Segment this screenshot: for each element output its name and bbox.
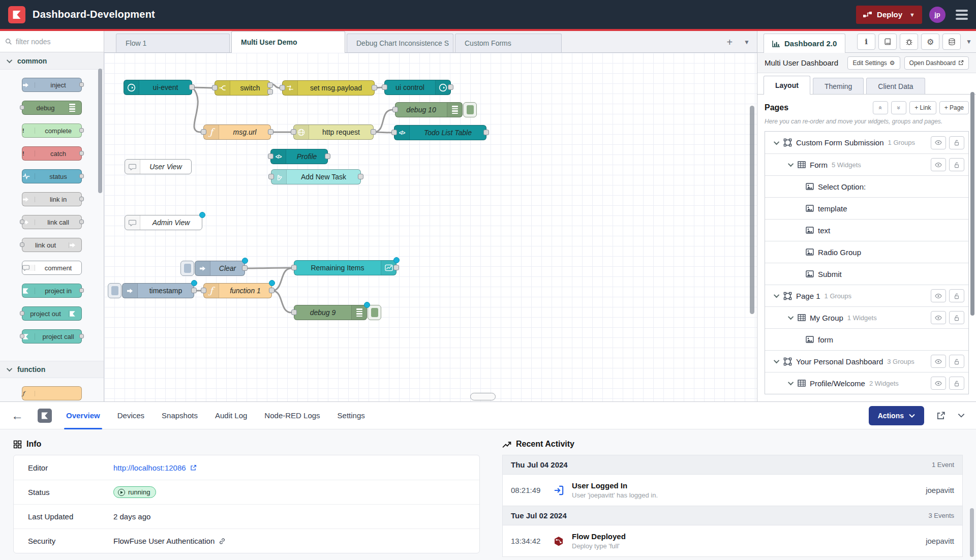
tree-widget-submit[interactable]: Submit: [765, 263, 968, 285]
main-menu-icon[interactable]: [956, 10, 968, 20]
node-port[interactable]: [268, 174, 274, 179]
node-port[interactable]: [201, 129, 206, 135]
flow-node-timestamp-inject[interactable]: timestamp: [122, 283, 194, 298]
node-port[interactable]: [393, 265, 399, 270]
palette-node-inject[interactable]: inject: [22, 78, 82, 92]
avatar[interactable]: jp: [929, 7, 946, 23]
palette-node-project-out[interactable]: project out: [22, 306, 82, 321]
external-link-icon[interactable]: [936, 411, 946, 420]
tree-widget-radio-group[interactable]: Radio Group: [765, 241, 968, 263]
link-chain-icon[interactable]: [219, 538, 226, 545]
node-port[interactable]: [391, 130, 397, 135]
node-port[interactable]: [20, 105, 24, 110]
editor-url-link[interactable]: http://localhost:12086: [113, 463, 186, 472]
unlock-icon[interactable]: [949, 136, 964, 149]
palette-search[interactable]: [0, 31, 104, 52]
flow-node-change[interactable]: set msg.payload: [282, 80, 375, 96]
node-port[interactable]: [20, 220, 24, 224]
activity-event-user-logged-in[interactable]: 08:21:49 User Logged In User 'joepavitt'…: [503, 475, 962, 506]
collapse-all-button[interactable]: «: [873, 101, 888, 114]
node-port[interactable]: [382, 84, 387, 90]
palette-node-status[interactable]: status: [22, 169, 82, 183]
debug-toggle-button[interactable]: [368, 305, 381, 320]
tree-widget-select-option[interactable]: Select Option:: [765, 175, 968, 197]
tree-group-form[interactable]: Form5 Widgets: [765, 153, 968, 175]
palette-node-link-in[interactable]: link in: [22, 192, 82, 206]
node-port[interactable]: [79, 334, 84, 338]
tab-layout[interactable]: Layout: [764, 76, 810, 95]
node-port[interactable]: [267, 82, 273, 88]
flow-node-function-1[interactable]: ƒ function 1: [203, 283, 272, 298]
info-icon[interactable]: i: [857, 34, 875, 50]
tree-widget-form[interactable]: form: [765, 328, 968, 350]
tree-widget-text[interactable]: text: [765, 219, 968, 241]
palette-section-common[interactable]: common: [0, 52, 104, 70]
node-port[interactable]: [79, 128, 84, 133]
node-port[interactable]: [267, 89, 273, 95]
tab-theming[interactable]: Theming: [813, 78, 864, 94]
node-port[interactable]: [448, 84, 453, 90]
tree-widget-template[interactable]: template: [765, 197, 968, 219]
canvas-split-handle[interactable]: [470, 393, 496, 400]
node-port[interactable]: [212, 85, 218, 90]
flow-node-http-request[interactable]: http request: [293, 125, 374, 140]
sidebar-caret-icon[interactable]: ▼: [966, 38, 972, 45]
flow-list-caret-icon[interactable]: ▼: [744, 39, 750, 46]
flow-node-todo-list-table[interactable]: </> Todo List Table: [394, 125, 486, 140]
flow-tab-4[interactable]: Custom Forms: [455, 34, 562, 52]
node-port[interactable]: [20, 242, 24, 247]
flow-node-remaining-items-chart[interactable]: Remaining Items: [294, 260, 396, 275]
flow-node-profile[interactable]: </> Profile: [270, 149, 328, 164]
inject-button[interactable]: [180, 261, 194, 276]
visibility-eye-icon[interactable]: [931, 158, 946, 171]
node-port[interactable]: [268, 153, 273, 159]
node-port[interactable]: [20, 311, 24, 316]
unlock-icon[interactable]: [949, 377, 964, 390]
visibility-eye-icon[interactable]: [931, 377, 946, 390]
unlock-icon[interactable]: [949, 158, 964, 171]
node-port[interactable]: [79, 151, 84, 155]
palette-node-project-call[interactable]: project call: [22, 329, 82, 344]
activity-event-flow-deployed[interactable]: 13:34:42 Flow Deployed Deploy type 'full…: [503, 525, 962, 557]
node-port[interactable]: [325, 153, 330, 159]
palette-node-debug[interactable]: debug: [22, 101, 82, 115]
palette-node-project-in[interactable]: project in: [22, 284, 82, 298]
open-dashboard-button[interactable]: Open Dashboard: [904, 56, 969, 70]
flow-node-msg-url[interactable]: ƒ msg.url: [203, 125, 271, 140]
node-port[interactable]: [269, 288, 274, 293]
palette-node-link-out[interactable]: link out: [22, 238, 82, 252]
flow-tab-3[interactable]: Debug Chart Inconsistence S: [347, 34, 453, 52]
tab-overview[interactable]: Overview: [66, 402, 100, 429]
add-flow-icon[interactable]: +: [726, 37, 733, 47]
palette-node-link-call[interactable]: link call: [22, 215, 82, 229]
tab-settings[interactable]: Settings: [338, 402, 365, 429]
palette-section-function[interactable]: function: [0, 361, 104, 378]
node-port[interactable]: [268, 129, 273, 135]
node-port[interactable]: [189, 84, 195, 90]
flow-node-admin-view-comment[interactable]: Admin View: [125, 215, 202, 230]
tree-group-my-group[interactable]: My Group1 Widgets: [765, 306, 968, 328]
tab-snapshots[interactable]: Snapshots: [162, 402, 198, 429]
layers-icon[interactable]: [942, 34, 961, 50]
tab-audit-log[interactable]: Audit Log: [215, 402, 247, 429]
flow-node-switch[interactable]: switch: [215, 80, 270, 96]
node-port[interactable]: [372, 85, 377, 90]
node-port[interactable]: [79, 174, 84, 178]
external-link-icon[interactable]: [190, 464, 197, 471]
node-port[interactable]: [201, 288, 206, 293]
deploy-button[interactable]: Deploy ▼: [856, 6, 922, 24]
debug-toggle-button[interactable]: [463, 102, 477, 117]
palette-node-comment[interactable]: comment: [22, 261, 82, 275]
flow-node-clear-inject[interactable]: Clear: [195, 261, 245, 276]
gear-icon[interactable]: ⚙: [921, 34, 939, 50]
actions-button[interactable]: Actions: [869, 406, 924, 425]
node-port[interactable]: [291, 265, 297, 270]
palette-filter-input[interactable]: [16, 38, 82, 46]
node-port[interactable]: [291, 309, 297, 315]
flow-node-ui-control[interactable]: ui control: [384, 80, 451, 95]
flow-tab-1[interactable]: Flow 1: [116, 34, 230, 52]
add-link-button[interactable]: + Link: [909, 101, 936, 114]
help-book-icon[interactable]: [878, 34, 897, 50]
node-port[interactable]: [79, 82, 84, 87]
unlock-icon[interactable]: [949, 355, 964, 368]
